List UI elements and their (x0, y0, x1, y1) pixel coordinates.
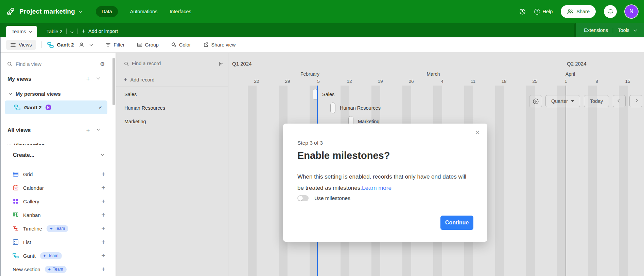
my-views-collapse-chevron-icon[interactable] (97, 76, 100, 79)
sidebar-item-gantt-2-selected[interactable]: Gantt 2 N ✓ (5, 100, 107, 114)
dropdown-triangle-icon (571, 100, 574, 102)
top-header: Project marketing Data Automations Inter… (0, 0, 644, 23)
group-button[interactable]: Group (137, 42, 159, 48)
all-views-heading: All views (7, 127, 31, 133)
create-item-plus-icon[interactable]: + (101, 170, 105, 178)
personal-views-group[interactable]: My personal views (9, 91, 61, 97)
create-item-grid[interactable]: Grid+ (0, 167, 116, 181)
tab-teams[interactable]: Teams (6, 26, 37, 37)
jump-to-records-button[interactable] (529, 95, 542, 107)
sidebar-scrollbar[interactable] (112, 58, 115, 105)
all-views-collapse-chevron-icon[interactable] (97, 127, 100, 131)
zoom-scale-dropdown[interactable]: Quarter (545, 95, 580, 107)
use-milestones-toggle[interactable] (297, 195, 309, 201)
team-badge-label: Team (48, 253, 58, 258)
tools-button[interactable]: Tools (618, 27, 629, 33)
user-avatar[interactable]: N (625, 5, 638, 18)
find-record-input[interactable] (132, 61, 207, 66)
section-chevron-icon (7, 143, 10, 145)
modal-body-text: When this setting is enabled, records th… (297, 171, 469, 194)
window-edge (0, 37, 1, 276)
create-item-label: New section (13, 266, 40, 272)
create-item-kanban[interactable]: Kanban+ (0, 208, 116, 222)
sidebar-divider (7, 74, 109, 74)
learn-more-link[interactable]: Learn more (362, 185, 391, 191)
continue-button[interactable]: Continue (440, 216, 473, 230)
today-label: Today (590, 98, 603, 104)
create-item-new-section[interactable]: New section✦Team+ (0, 262, 116, 276)
create-item-label: Calendar (23, 185, 44, 191)
personal-views-label: My personal views (16, 91, 61, 97)
gantt-bar-human-resources[interactable] (330, 103, 335, 113)
find-view-input[interactable] (16, 61, 94, 67)
week-tick-label: 25 (528, 79, 542, 84)
tables-list-chevron-icon[interactable] (70, 30, 74, 34)
week-tick-label: 1 (559, 79, 573, 84)
create-item-plus-icon[interactable]: + (101, 252, 105, 260)
share-view-button[interactable]: Share view (203, 42, 236, 48)
current-view-switcher[interactable]: Gantt 2 (47, 42, 92, 48)
add-view-plus-icon[interactable]: + (85, 75, 91, 83)
add-or-import-label: Add or import (88, 29, 118, 34)
modal-title: Enable milestones? (297, 150, 390, 161)
group-label: Group (145, 42, 159, 48)
today-button[interactable]: Today (584, 95, 609, 107)
filter-button[interactable]: Filter (105, 42, 124, 48)
create-item-calendar[interactable]: 31Calendar+ (0, 181, 116, 195)
view-config-chevron-icon[interactable] (90, 42, 93, 46)
base-switcher[interactable]: Project marketing (6, 7, 82, 16)
team-badge-label: Team (53, 267, 63, 272)
share-button[interactable]: Share (561, 5, 596, 18)
people-icon (567, 9, 574, 14)
create-item-timeline[interactable]: Timeline✦Team+ (0, 222, 116, 235)
record-row-human-resources[interactable]: Human Resources (124, 101, 165, 115)
history-icon[interactable] (519, 8, 526, 15)
views-label: Views (19, 42, 32, 48)
create-item-list[interactable]: List+ (0, 235, 116, 249)
tools-segment: Extensions Tools (574, 23, 644, 37)
add-view-plus-icon[interactable]: + (85, 127, 91, 134)
week-tick-label: 12 (343, 79, 356, 84)
create-item-plus-icon[interactable]: + (101, 225, 105, 233)
plus-icon: + (82, 28, 85, 34)
clipped-view-section-row[interactable]: View section (7, 140, 103, 145)
create-item-gallery[interactable]: Gallery+ (0, 195, 116, 208)
create-item-plus-icon[interactable]: + (101, 238, 105, 246)
create-item-plus-icon[interactable]: + (101, 265, 105, 273)
views-button[interactable]: Views (6, 40, 36, 50)
plus-icon: + (124, 76, 127, 83)
record-row-marketing[interactable]: Marketing (124, 115, 146, 128)
month-label: February (300, 71, 319, 77)
airtable-app: Project marketing Data Automations Inter… (0, 0, 644, 276)
add-or-import-button[interactable]: + Add or import (82, 28, 118, 34)
create-item-gantt[interactable]: Gantt✦Team+ (0, 249, 116, 262)
help-button[interactable]: ? Help (534, 9, 553, 15)
create-item-plus-icon[interactable]: + (101, 198, 105, 205)
nav-tab-interfaces[interactable]: Interfaces (170, 9, 191, 14)
month-label: April (565, 71, 575, 77)
scroll-left-button[interactable] (613, 95, 626, 107)
scroll-right-button[interactable] (629, 95, 642, 107)
quarter-label-q1: Q1 2024 (232, 61, 252, 67)
record-row-sales[interactable]: Sales (124, 88, 137, 101)
create-collapse-chevron-icon[interactable] (101, 152, 104, 156)
notifications-button[interactable] (604, 5, 617, 18)
color-button[interactable]: Color (171, 42, 191, 48)
hamburger-icon (11, 43, 16, 47)
tab-table-2[interactable]: Table 2 (47, 29, 63, 34)
view-settings-gear-icon[interactable]: ⚙ (100, 61, 105, 67)
share-label: Share (576, 9, 590, 14)
create-item-plus-icon[interactable]: + (101, 184, 105, 192)
close-icon[interactable]: × (475, 128, 480, 137)
chevron-left-icon (617, 99, 621, 102)
week-tick-label: 29 (281, 79, 294, 84)
add-record-button[interactable]: + Add record (124, 76, 154, 83)
extensions-button[interactable]: Extensions (584, 27, 608, 33)
nav-tab-data[interactable]: Data (96, 6, 118, 17)
group-icon (137, 42, 142, 48)
create-item-plus-icon[interactable]: + (101, 211, 105, 219)
search-icon (124, 61, 129, 67)
nav-tab-automations[interactable]: Automations (130, 9, 158, 14)
collapse-panel-icon[interactable] (218, 61, 224, 67)
selected-view-name: Gantt 2 (24, 105, 42, 110)
